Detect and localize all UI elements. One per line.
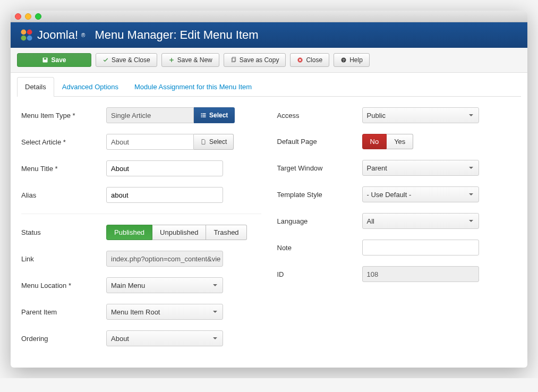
left-column: Menu Item Type * Single Article Select S… [21,107,261,357]
parent-item-label: Parent Item [21,308,106,316]
link-value: index.php?option=com_content&vie [106,251,223,267]
template-style-select[interactable]: - Use Default - [362,186,479,202]
tab-details[interactable]: Details [17,77,54,97]
parent-item-select[interactable]: Menu Item Root [106,304,223,320]
access-select[interactable]: Public [362,107,479,123]
window-zoom-button[interactable] [35,13,41,20]
svg-point-1 [27,30,32,35]
right-column: Access Public Default Page No Yes Target… [277,107,517,357]
mac-titlebar [11,11,527,22]
file-icon [200,139,207,145]
field-template-style: Template Style - Use Default - [277,186,517,202]
id-value: 108 [362,266,479,282]
window-close-button[interactable] [15,13,21,20]
status-toggle: Published Unpublished Trashed [106,225,261,240]
select-type-button[interactable]: Select [194,107,235,123]
field-default-page: Default Page No Yes [277,134,517,149]
tab-advanced-options[interactable]: Advanced Options [54,77,126,96]
svg-point-2 [21,36,27,41]
target-window-label: Target Window [277,164,362,172]
status-unpublished[interactable]: Unpublished [152,225,206,240]
divider [21,214,261,214]
language-label: Language [277,217,362,225]
note-label: Note [277,244,362,252]
ordering-label: Ordering [21,335,106,343]
help-icon: ? [340,57,347,63]
svg-text:?: ? [343,58,345,62]
field-access: Access Public [277,107,517,123]
help-button[interactable]: ? Help [334,53,370,67]
ordering-select[interactable]: About [106,330,223,346]
field-alias: Alias [21,187,261,203]
page-title: Menu Manager: Edit Menu Item [95,28,258,42]
field-menu-item-type: Menu Item Type * Single Article Select [21,107,261,123]
status-published[interactable]: Published [106,225,152,240]
field-menu-location: Menu Location * Main Menu [21,277,261,293]
menu-title-input[interactable] [106,160,223,176]
menu-location-label: Menu Location * [21,282,106,289]
check-icon [103,57,109,63]
app-name: Joomla! [37,28,78,42]
field-select-article: Select Article * About Select [21,134,261,150]
status-trashed[interactable]: Trashed [206,225,246,240]
field-ordering: Ordering About [21,330,261,346]
select-article-value: About [106,134,194,150]
field-note: Note [277,240,517,255]
template-style-label: Template Style [277,191,362,199]
joomla-icon [19,28,34,42]
tab-module-assignment[interactable]: Module Assignment for this Menu Item [126,77,260,96]
svg-point-0 [21,30,27,35]
link-label: Link [21,255,106,263]
default-page-label: Default Page [277,138,362,146]
field-parent-item: Parent Item Menu Item Root [21,304,261,320]
form-area: Menu Item Type * Single Article Select S… [17,97,521,357]
close-icon [297,57,303,63]
default-page-yes[interactable]: Yes [387,134,413,149]
status-label: Status [21,228,106,236]
menu-item-type-label: Menu Item Type * [21,112,106,120]
select-article-label: Select Article * [21,138,106,146]
field-status: Status Published Unpublished Trashed [21,225,261,240]
tabs: Details Advanced Options Module Assignme… [17,77,521,97]
content-area: Details Advanced Options Module Assignme… [11,77,527,368]
close-button[interactable]: Close [290,53,329,67]
language-select[interactable]: All [362,213,479,229]
field-link: Link index.php?option=com_content&vie [21,251,261,267]
field-target-window: Target Window Parent [277,160,517,176]
save-button[interactable]: Save [17,53,91,67]
app-window: Joomla!® Menu Manager: Edit Menu Item Sa… [11,11,527,368]
svg-rect-5 [44,58,47,59]
list-icon [200,112,207,118]
field-menu-title: Menu Title * [21,160,261,176]
save-new-button[interactable]: Save & New [161,53,219,67]
menu-title-label: Menu Title * [21,165,106,173]
note-input[interactable] [362,240,479,255]
default-page-no[interactable]: No [362,134,387,149]
menu-item-type-value: Single Article [106,107,194,123]
app-header: Joomla!® Menu Manager: Edit Menu Item [11,22,527,48]
joomla-logo: Joomla!® [19,28,85,42]
default-page-toggle: No Yes [362,134,517,149]
select-article-button[interactable]: Select [194,134,234,150]
access-label: Access [277,112,362,120]
id-label: ID [277,270,362,278]
alias-label: Alias [21,191,106,199]
plus-icon [168,57,175,63]
alias-input[interactable] [106,187,223,203]
menu-location-select[interactable]: Main Menu [106,277,223,293]
save-close-button[interactable]: Save & Close [96,53,157,67]
field-id: ID 108 [277,266,517,282]
target-window-select[interactable]: Parent [362,160,479,176]
window-minimize-button[interactable] [25,13,31,20]
action-toolbar: Save Save & Close Save & New Save as Cop… [11,48,527,73]
copy-icon [230,57,237,63]
save-icon [42,57,48,63]
save-copy-button[interactable]: Save as Copy [224,53,286,67]
field-language: Language All [277,213,517,229]
svg-point-3 [27,36,32,41]
